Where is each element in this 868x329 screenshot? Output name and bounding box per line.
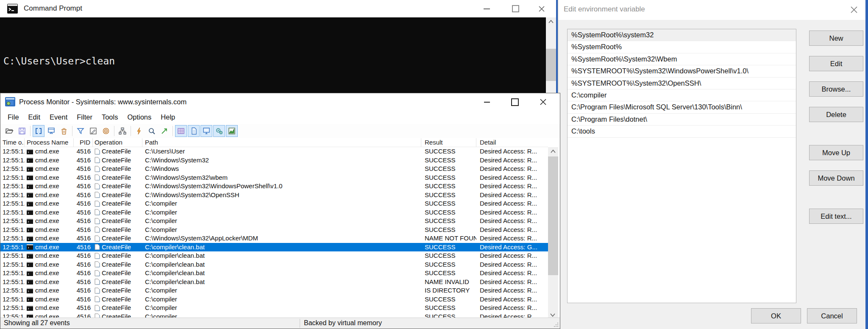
table-row[interactable]: 12:55:1...cmd.exe4516CreateFileC:\Window… <box>0 182 548 191</box>
cell-result: SUCCESS <box>421 191 476 200</box>
new-button[interactable]: New <box>809 31 863 46</box>
column-header-process[interactable]: Process Name <box>25 138 74 147</box>
scroll-down-icon[interactable] <box>550 313 555 317</box>
procmon-maximize-button[interactable] <box>503 93 527 111</box>
dialog-close-button[interactable] <box>847 3 861 17</box>
env-list-item[interactable]: %SYSTEMROOT%\System32\WindowsPowerShell\… <box>568 65 796 77</box>
menu-edit[interactable]: Edit <box>24 113 45 121</box>
menu-help[interactable]: Help <box>156 113 180 121</box>
save-icon[interactable] <box>16 125 28 137</box>
table-row[interactable]: 12:55:1...cmd.exe4516CreateFileC:\compil… <box>0 304 548 312</box>
env-list-item[interactable]: %SystemRoot%\System32\Wbem <box>568 53 796 65</box>
scroll-up-icon[interactable] <box>551 150 556 153</box>
column-header-result[interactable]: Result <box>421 138 476 147</box>
table-row[interactable]: 12:55:1...cmd.exe4516CreateFileC:\compil… <box>0 295 548 304</box>
table-row[interactable]: 12:55:1...cmd.exe4516CreateFileC:\compil… <box>0 208 548 217</box>
table-row[interactable]: 12:55:1...cmd.exe4516CreateFileC:\compil… <box>0 226 548 234</box>
cell-pid: 4516 <box>74 269 93 278</box>
profiling-toggle-icon[interactable] <box>226 125 238 137</box>
network-toggle-icon[interactable] <box>200 125 212 137</box>
cmd-close-button[interactable] <box>529 0 554 17</box>
env-list-item[interactable]: %SYSTEMROOT%\System32\OpenSSH\ <box>568 78 796 89</box>
browse-button[interactable]: Browse... <box>809 81 863 97</box>
table-row[interactable]: 12:55:1...cmd.exe4516CreateFileC:\Window… <box>0 191 548 200</box>
cmd-maximize-button[interactable] <box>503 0 528 17</box>
cell-detail: Desired Access: R... <box>476 234 548 243</box>
scrollbar-thumb[interactable] <box>546 49 556 81</box>
table-row[interactable]: 12:55:1...cmd.exe4516CreateFileC:\Window… <box>0 156 548 165</box>
cell-result: SUCCESS <box>421 217 476 226</box>
find-icon[interactable] <box>146 125 158 137</box>
registry-toggle-icon[interactable] <box>175 125 187 137</box>
capture-toggle-icon[interactable] <box>33 125 45 137</box>
table-row[interactable]: 12:55:1...cmd.exe4516CreateFileC:\compil… <box>0 251 548 260</box>
menu-event[interactable]: Event <box>45 113 72 121</box>
ok-button[interactable]: OK <box>751 308 801 323</box>
edit-button[interactable]: Edit <box>809 56 863 71</box>
cell-operation: CreateFile <box>93 217 142 226</box>
env-list-item[interactable]: %SystemRoot%\system32 <box>568 29 796 41</box>
env-list-item[interactable]: C:\compiler <box>568 89 796 101</box>
table-row[interactable]: 12:55:1...cmd.exe4516CreateFileC:\Users\… <box>0 147 548 156</box>
column-header-operation[interactable]: Operation <box>93 138 142 147</box>
column-header-path[interactable]: Path <box>142 138 421 147</box>
table-row[interactable]: 12:55:1...cmd.exe4516CreateFileC:\Window… <box>0 164 548 173</box>
jump-to-icon[interactable] <box>159 125 170 137</box>
bolt-icon[interactable] <box>133 125 145 137</box>
procmon-close-button[interactable] <box>531 93 555 111</box>
table-row[interactable]: 12:55:1...cmd.exe4516CreateFileC:\compil… <box>0 199 548 208</box>
menu-tools[interactable]: Tools <box>97 113 123 121</box>
procmon-minimize-button[interactable] <box>475 93 499 111</box>
filter-icon[interactable] <box>75 125 86 137</box>
cell-time: 12:55:1... <box>0 304 25 312</box>
env-variable-list: %SystemRoot%\system32%SystemRoot%%System… <box>567 29 796 303</box>
cell-process-name: cmd.exe <box>25 147 74 156</box>
highlight-icon[interactable] <box>87 125 99 137</box>
clear-icon[interactable] <box>58 125 70 137</box>
process-tree-icon[interactable] <box>117 125 128 137</box>
edit-text-button[interactable]: Edit text... <box>809 209 863 224</box>
table-row[interactable]: 12:55:1...cmd.exe4516CreateFileC:\compil… <box>0 269 548 278</box>
cell-process-name: cmd.exe <box>25 182 74 191</box>
table-row[interactable]: 12:55:1...cmd.exe4516CreateFileC:\Window… <box>0 173 548 182</box>
table-row[interactable]: 12:55:1...cmd.exe4516CreateFileC:\compil… <box>0 243 548 252</box>
delete-button[interactable]: Delete <box>809 107 863 122</box>
column-header-detail[interactable]: Detail <box>476 138 548 147</box>
move-down-button[interactable]: Move Down <box>809 170 863 186</box>
env-list-item[interactable]: C:\Program Files\Microsoft SQL Server\13… <box>568 101 796 113</box>
cancel-button[interactable]: Cancel <box>807 308 857 323</box>
table-row[interactable]: 12:55:1...cmd.exe4516CreateFileC:\Window… <box>0 234 548 243</box>
filesystem-toggle-icon[interactable] <box>188 125 200 137</box>
scrollbar-thumb[interactable] <box>548 156 558 275</box>
console-scrollbar[interactable] <box>546 17 556 93</box>
table-row[interactable]: 12:55:1...cmd.exe4516CreateFileC:\compil… <box>0 217 548 226</box>
env-list-item[interactable]: %SystemRoot% <box>568 41 796 53</box>
target-icon[interactable] <box>100 125 112 137</box>
table-row[interactable]: 12:55:1...cmd.exe4516CreateFileC:\compil… <box>0 286 548 295</box>
menu-file[interactable]: File <box>3 113 24 121</box>
env-list-item[interactable]: C:\tools <box>568 125 796 137</box>
table-row[interactable]: 12:55:1...cmd.exe4516CreateFileC:\compil… <box>0 260 548 269</box>
menu-filter[interactable]: Filter <box>72 113 97 121</box>
resize-grip[interactable] <box>553 322 559 328</box>
cell-pid: 4516 <box>74 182 93 191</box>
table-row[interactable]: 12:55:1...cmd.exe4516CreateFileC:\compil… <box>0 278 548 287</box>
open-file-icon[interactable] <box>3 125 15 137</box>
column-header-time[interactable]: Time o... <box>0 138 25 147</box>
table-scrollbar[interactable] <box>548 147 558 318</box>
move-up-button[interactable]: Move Up <box>809 145 863 160</box>
cell-path: C:\Windows <box>142 164 421 173</box>
cmd-minimize-button[interactable] <box>474 0 499 17</box>
cmd-titlebar[interactable]: Command Prompt <box>0 0 556 17</box>
procmon-titlebar[interactable]: Process Monitor - Sysinternals: www.sysi… <box>0 93 560 111</box>
dialog-titlebar[interactable]: Edit environment variable <box>558 0 865 20</box>
menu-options[interactable]: Options <box>122 113 156 121</box>
scroll-up-icon[interactable] <box>548 20 554 23</box>
column-header-pid[interactable]: PID <box>74 138 93 147</box>
cell-detail: Desired Access: R... <box>476 286 548 295</box>
cell-result: SUCCESS <box>421 295 476 304</box>
env-list-item[interactable]: C:\Program Files\dotnet\ <box>568 114 796 125</box>
process-toggle-icon[interactable] <box>213 125 225 137</box>
cell-operation: CreateFile <box>93 304 142 312</box>
autoscroll-icon[interactable] <box>45 125 57 137</box>
